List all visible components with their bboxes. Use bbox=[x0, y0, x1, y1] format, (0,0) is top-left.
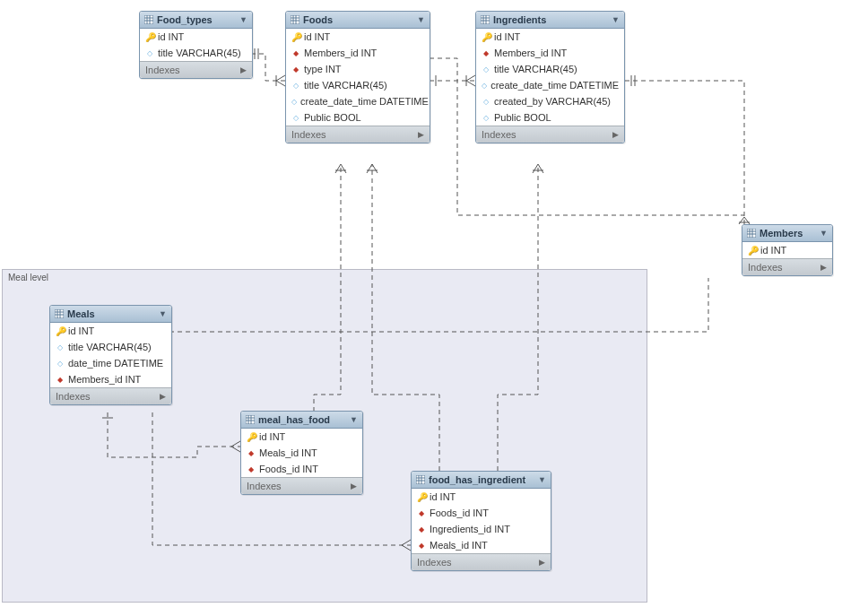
chevron-down-icon[interactable]: ▼ bbox=[159, 309, 167, 318]
svg-line-27 bbox=[538, 164, 543, 173]
svg-line-20 bbox=[335, 164, 341, 173]
indexes-section[interactable]: Indexes▶ bbox=[286, 126, 430, 143]
column-row: 🔑id INT bbox=[412, 489, 551, 505]
table-icon bbox=[416, 475, 425, 484]
column-text: Public BOOL bbox=[494, 112, 551, 123]
table-title: Food_types bbox=[157, 14, 213, 25]
column-text: Ingredients_id INT bbox=[430, 524, 510, 534]
column-text: title VARCHAR(45) bbox=[304, 80, 387, 91]
column-row: 🔑id INT bbox=[286, 29, 430, 45]
table-icon bbox=[481, 15, 490, 24]
svg-rect-53 bbox=[246, 415, 255, 424]
column-row: ◆Foods_id INT bbox=[412, 505, 551, 521]
column-row: 🔑id INT bbox=[241, 429, 362, 445]
column-row: ◆Ingredients_id INT bbox=[412, 521, 551, 537]
column-row: ◆Members_id INT bbox=[476, 45, 624, 61]
column-text: Meals_id INT bbox=[259, 447, 317, 458]
chevron-down-icon[interactable]: ▼ bbox=[239, 15, 247, 24]
table-members[interactable]: Members ▼ 🔑id INT Indexes▶ bbox=[742, 224, 833, 276]
column-text: title VARCHAR(45) bbox=[494, 64, 577, 74]
key-icon: 🔑 bbox=[247, 432, 256, 442]
chevron-down-icon[interactable]: ▼ bbox=[612, 15, 620, 24]
indexes-section[interactable]: Indexes▶ bbox=[476, 126, 624, 143]
key-icon: 🔑 bbox=[482, 32, 490, 42]
svg-rect-33 bbox=[291, 15, 299, 24]
chevron-down-icon[interactable]: ▼ bbox=[417, 15, 425, 24]
diamond-fk-icon: ◆ bbox=[417, 542, 426, 550]
key-icon: 🔑 bbox=[417, 492, 426, 502]
table-header[interactable]: Members ▼ bbox=[742, 225, 832, 242]
diamond-fk-icon: ◆ bbox=[247, 449, 256, 457]
table-icon bbox=[144, 15, 153, 24]
diamond-icon: ◇ bbox=[482, 65, 490, 74]
diamond-icon: ◇ bbox=[145, 49, 154, 57]
column-row: ◇create_date_time DATETIME bbox=[286, 93, 430, 109]
table-foods[interactable]: Foods ▼ 🔑id INT◆Members_id INT◆type INT◇… bbox=[285, 11, 430, 143]
table-body: 🔑id INT◆Foods_id INT◆Ingredients_id INT◆… bbox=[412, 489, 551, 553]
table-body: 🔑id INT◇title VARCHAR(45) bbox=[140, 29, 252, 61]
table-food-has-ingredient[interactable]: food_has_ingredient ▼ 🔑id INT◆Foods_id I… bbox=[411, 471, 551, 571]
table-title: Members bbox=[760, 228, 803, 239]
column-text: Public BOOL bbox=[304, 112, 361, 123]
table-header[interactable]: Ingredients ▼ bbox=[476, 12, 624, 29]
table-ingredients[interactable]: Ingredients ▼ 🔑id INT◆Members_id INT◇tit… bbox=[475, 11, 625, 143]
table-header[interactable]: Foods ▼ bbox=[286, 12, 430, 29]
chevron-down-icon[interactable]: ▼ bbox=[820, 229, 828, 238]
column-text: id INT bbox=[760, 245, 786, 256]
arrow-right-icon: ▶ bbox=[160, 392, 166, 401]
table-body: 🔑id INT◆Members_id INT◆type INT◇title VA… bbox=[286, 29, 430, 126]
arrow-right-icon: ▶ bbox=[612, 130, 619, 139]
diamond-icon: ◇ bbox=[56, 343, 65, 351]
table-meal-has-food[interactable]: meal_has_food ▼ 🔑id INT◆Meals_id INT◆Foo… bbox=[240, 411, 363, 495]
svg-rect-38 bbox=[481, 15, 490, 24]
diamond-icon: ◇ bbox=[291, 82, 300, 90]
diamond-icon: ◇ bbox=[482, 82, 487, 90]
svg-rect-28 bbox=[144, 15, 153, 24]
table-title: meal_has_food bbox=[258, 414, 330, 425]
diamond-icon: ◇ bbox=[291, 114, 300, 122]
indexes-section[interactable]: Indexes▶ bbox=[412, 553, 551, 570]
column-row: ◇title VARCHAR(45) bbox=[140, 45, 252, 61]
svg-line-13 bbox=[744, 217, 750, 224]
svg-line-12 bbox=[739, 217, 744, 224]
table-icon bbox=[55, 309, 64, 318]
diamond-fk-icon: ◆ bbox=[417, 525, 426, 534]
column-text: id INT bbox=[158, 31, 184, 42]
table-icon bbox=[747, 229, 756, 238]
table-body: 🔑id INT bbox=[742, 242, 832, 258]
indexes-section[interactable]: Indexes▶ bbox=[742, 258, 832, 275]
table-title: food_has_ingredient bbox=[429, 474, 525, 485]
column-text: id INT bbox=[304, 31, 330, 42]
arrow-right-icon: ▶ bbox=[240, 65, 247, 74]
table-icon bbox=[291, 15, 299, 24]
key-icon: 🔑 bbox=[748, 246, 757, 256]
svg-line-23 bbox=[367, 164, 372, 173]
diamond-fk-icon: ◆ bbox=[417, 509, 426, 517]
table-header[interactable]: Meals ▼ bbox=[50, 306, 171, 323]
column-row: ◆Members_id INT bbox=[50, 371, 171, 387]
column-row: ◆Meals_id INT bbox=[412, 537, 551, 553]
column-text: Foods_id INT bbox=[259, 464, 318, 474]
svg-rect-48 bbox=[55, 309, 64, 318]
table-food-types[interactable]: Food_types ▼ 🔑id INT◇title VARCHAR(45) I… bbox=[139, 11, 253, 79]
table-meals[interactable]: Meals ▼ 🔑id INT◇title VARCHAR(45)◇date_t… bbox=[49, 305, 172, 405]
chevron-down-icon[interactable]: ▼ bbox=[538, 475, 546, 484]
column-text: Foods_id INT bbox=[430, 508, 489, 518]
chevron-down-icon[interactable]: ▼ bbox=[350, 415, 358, 424]
column-text: title VARCHAR(45) bbox=[68, 342, 152, 352]
svg-line-6 bbox=[466, 75, 475, 81]
column-row: ◆Foods_id INT bbox=[241, 461, 362, 477]
key-icon: 🔑 bbox=[291, 32, 300, 42]
table-header[interactable]: food_has_ingredient ▼ bbox=[412, 472, 551, 489]
diamond-fk-icon: ◆ bbox=[291, 65, 300, 74]
column-row: ◆type INT bbox=[286, 61, 430, 77]
indexes-section[interactable]: Indexes▶ bbox=[50, 387, 171, 404]
svg-line-26 bbox=[533, 164, 538, 173]
table-header[interactable]: meal_has_food ▼ bbox=[241, 412, 362, 429]
indexes-section[interactable]: Indexes▶ bbox=[241, 477, 362, 494]
column-text: create_date_time DATETIME bbox=[490, 80, 619, 91]
column-text: create_date_time DATETIME bbox=[300, 96, 429, 107]
indexes-section[interactable]: Indexes▶ bbox=[140, 61, 252, 78]
table-header[interactable]: Food_types ▼ bbox=[140, 12, 252, 29]
column-text: Members_id INT bbox=[68, 374, 141, 385]
